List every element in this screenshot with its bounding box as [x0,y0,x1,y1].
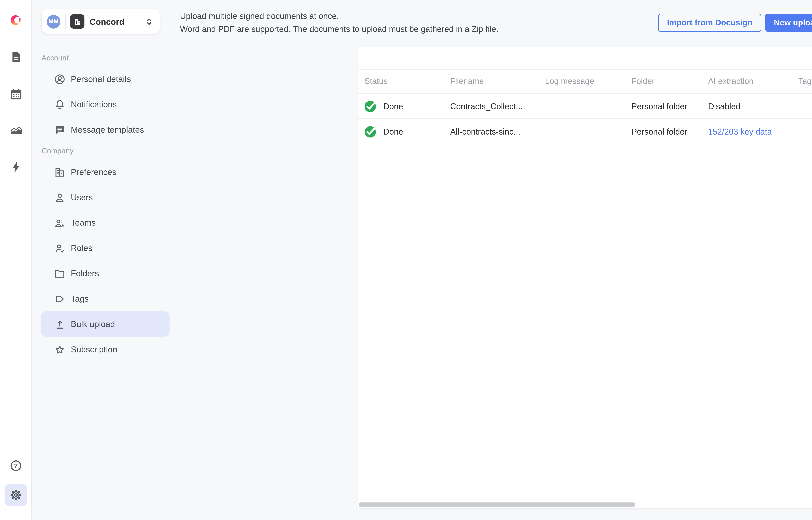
sidebar-item-message-templates[interactable]: Message templates [41,117,170,142]
star-icon [54,343,65,355]
column-header-tags[interactable]: Tags [792,70,812,94]
top-action-buttons: Import from Docusign New upload [658,14,812,32]
intro-line-2: Word and PDF are supported. The document… [180,23,498,36]
people-icon [54,217,65,229]
uploads-table-card: 1–0 of0 Status Filename Log message Fold… [358,47,812,508]
person-icon [54,191,65,203]
sidebar-item-label: Message templates [71,125,144,134]
calendar-icon[interactable] [0,88,32,101]
ai-extraction-cell: Disabled [702,94,792,119]
insights-icon[interactable] [0,124,32,136]
sidebar-item-personal-details[interactable]: Personal details [41,66,170,92]
sidebar-item-label: Subscription [71,344,117,354]
sidebar-item-label: Teams [71,218,96,228]
filename-cell: Contracts_Collect... [444,94,538,119]
workspace-selector[interactable]: MM Concord [41,9,160,34]
person-circle-icon [54,73,65,85]
new-upload-button[interactable]: New upload [765,14,812,32]
intro-line-1: Upload multiple signed documents at once… [180,10,498,23]
folder-cell: Personal folder [625,94,702,119]
sidebar-item-notifications[interactable]: Notifications [41,92,170,117]
avatar: MM [47,15,60,28]
import-from-docusign-button[interactable]: Import from Docusign [658,14,761,32]
sidebar-item-tags[interactable]: Tags [41,286,170,311]
done-check-icon [364,125,377,137]
column-header-folder[interactable]: Folder [625,70,702,94]
bell-icon [54,99,65,110]
sidebar-item-subscription[interactable]: Subscription [41,337,170,362]
settings-sidebar: MM Concord Account [32,0,179,520]
upload-icon [54,318,65,330]
status-cell: Done [358,94,444,119]
column-header-ai-extraction[interactable]: AI extraction [702,70,792,94]
building-icon [73,17,82,26]
column-header-status[interactable]: Status [358,70,444,94]
sidebar-item-label: Bulk upload [71,319,115,329]
sidebar-item-preferences[interactable]: Preferences [41,159,170,185]
tags-cell [792,94,812,119]
status-cell: Done [358,119,444,144]
sidebar-item-roles[interactable]: Roles [41,235,170,261]
folder-icon [54,267,65,279]
settings-icon[interactable] [4,484,27,506]
sidebar-item-teams[interactable]: Teams [41,210,170,235]
sidebar-item-label: Personal details [71,74,131,84]
section-label-account: Account [41,53,179,62]
message-icon [54,124,65,135]
organization-badge [70,14,84,29]
help-icon[interactable]: ? [0,459,32,472]
concord-logo[interactable] [10,13,22,27]
documents-icon[interactable] [0,51,32,64]
status-text: Done [383,126,403,136]
building-icon [54,166,65,178]
page-description: Upload multiple signed documents at once… [180,10,498,36]
main-content: Upload multiple signed documents at once… [179,0,812,520]
sidebar-item-label: Users [71,192,93,202]
sidebar-item-label: Tags [71,294,89,304]
column-header-filename[interactable]: Filename [444,70,538,94]
divider [65,14,65,29]
workspace-name: Concord [90,17,124,26]
column-header-log-message[interactable]: Log message [538,70,625,94]
sidebar-item-label: Roles [71,243,92,253]
filename-cell: All-contracts-sinc... [444,119,538,144]
log-message-cell [538,119,625,144]
svg-text:?: ? [14,462,18,469]
sidebar-item-bulk-upload[interactable]: Bulk upload [41,311,170,337]
automations-icon[interactable] [0,160,32,174]
sidebar-item-label: Preferences [71,167,116,177]
folder-cell: Personal folder [625,119,702,144]
tags-cell [792,119,812,144]
unfold-icon [144,17,154,26]
sidebar-item-label: Folders [71,268,99,278]
person-check-icon [54,242,65,254]
sidebar-item-folders[interactable]: Folders [41,261,170,286]
table-toolbar: 1–0 of0 [358,47,812,70]
section-label-company: Company [41,146,179,155]
status-text: Done [383,101,403,111]
icon-rail: ? [0,0,32,520]
uploads-table: Status Filename Log message Folder AI ex… [358,70,812,144]
done-check-icon [364,100,377,112]
app-root: ? MM [0,0,812,520]
horizontal-scrollbar[interactable] [359,502,635,507]
ai-extraction-link[interactable]: 152/203 key data [702,119,792,144]
sidebar-item-users[interactable]: Users [41,185,170,210]
log-message-cell [538,94,625,119]
tag-icon [54,293,65,305]
sidebar-item-label: Notifications [71,100,117,109]
